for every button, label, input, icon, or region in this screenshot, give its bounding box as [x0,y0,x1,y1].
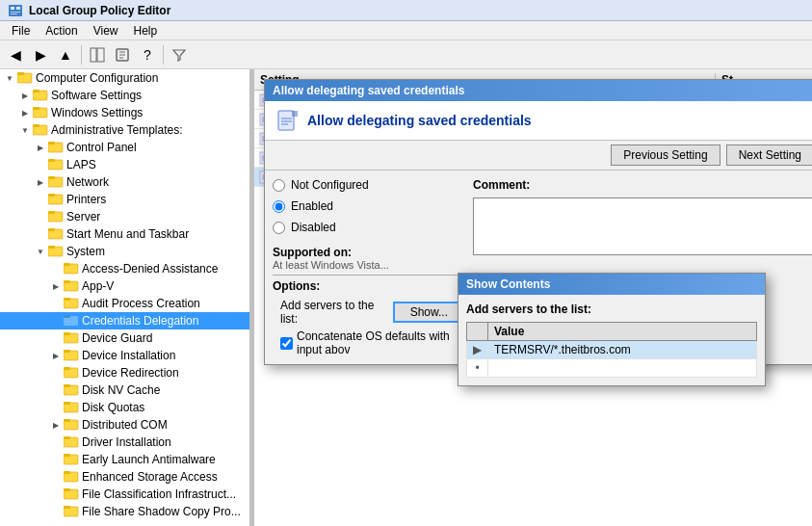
folder-icon-system [48,244,64,259]
concatenate-label: Concatenate OS defaults with input abov [297,329,465,356]
tree-item-printers[interactable]: ▶ Printers [0,191,249,208]
svg-rect-43 [64,332,70,335]
folder-icon-software-settings [33,88,48,103]
popup-table: Value ▶ • [466,322,757,378]
expander-computer-config[interactable]: ▼ [2,70,17,86]
add-servers-label: Add servers to the list: [280,299,385,326]
dialog-left-panel: Not Configured Enabled Disabled [273,178,465,356]
tree-item-laps[interactable]: ▶ LAPS [0,156,249,173]
tree-item-device-redirection[interactable]: ▶ Device Redirection [0,364,249,381]
folder-icon-windows-settings [33,105,48,120]
tree-item-system[interactable]: ▼ System [0,243,249,260]
svg-rect-0 [9,5,22,16]
expander-software-settings[interactable]: ▶ [17,88,33,103]
radio-input-disabled[interactable] [273,222,285,234]
show-button[interactable]: Show... [393,302,465,323]
popup-row-value-0[interactable] [488,341,757,359]
options-label: Options: [273,275,465,293]
concatenate-checkbox[interactable] [280,337,293,350]
tree-item-computer-config[interactable]: ▼ Computer Configuration [0,69,249,87]
expander-system[interactable]: ▼ [33,244,48,259]
menu-file[interactable]: File [4,22,38,39]
forward-button[interactable]: ▶ [29,43,52,66]
svg-rect-89 [278,111,294,130]
radio-enabled[interactable]: Enabled [273,199,465,213]
tree-item-file-share-shadow[interactable]: ▶ File Share Shadow Copy Pro... [0,503,249,520]
popup-value-input-1[interactable] [494,361,750,375]
tree-item-network[interactable]: ▶ Network [0,173,249,191]
tree-item-windows-settings[interactable]: ▶ Windows Settings [0,104,249,121]
popup-row-value-1[interactable] [488,359,757,378]
tree-item-audit-process[interactable]: ▶ Audit Process Creation [0,295,249,312]
tree-item-driver-installation[interactable]: ▶ Driver Installation [0,434,249,451]
comment-textarea[interactable] [473,197,812,255]
show-hide-tree-button[interactable] [86,43,109,66]
app-icon [8,3,23,18]
tree-item-early-launch[interactable]: ▶ Early Launch Antimalware [0,451,249,468]
svg-rect-23 [48,159,55,162]
tree-label-device-redirection: Device Redirection [82,366,179,380]
tree-item-device-guard[interactable]: ▶ Device Guard [0,329,249,347]
svg-rect-27 [48,194,55,197]
tree-item-app-v[interactable]: ▶ App-V [0,277,249,295]
previous-setting-button[interactable]: Previous Setting [611,145,720,166]
tree-item-disk-nv-cache[interactable]: ▶ Disk NV Cache [0,381,249,399]
tree-item-enhanced-storage[interactable]: ▶ Enhanced Storage Access [0,468,249,486]
svg-rect-25 [48,176,55,179]
properties-button[interactable] [111,43,134,66]
expander-app-v[interactable]: ▶ [48,278,64,294]
expander-network[interactable]: ▶ [33,174,48,190]
tree-label-device-guard: Device Guard [82,331,152,345]
popup-col-value: Value [488,323,757,341]
tree-label-file-classification: File Classification Infrastruct... [82,487,236,501]
popup-value-input-0[interactable] [494,343,750,356]
svg-rect-55 [64,436,70,439]
popup-row-1[interactable]: • [467,359,757,378]
expander-device-installation[interactable]: ▶ [48,348,64,363]
tree-item-device-installation[interactable]: ▶ Device Installation [0,347,249,364]
tree-item-credentials-delegation[interactable]: ▶ Credentials Delegation [0,312,249,329]
tree-item-distributed-com[interactable]: ▶ Distributed COM [0,416,249,434]
back-button[interactable]: ◀ [4,43,27,66]
tree-item-software-settings[interactable]: ▶ Software Settings [0,87,249,104]
tree-item-disk-quotas[interactable]: ▶ Disk Quotas [0,399,249,416]
tree-item-access-denied[interactable]: ▶ Access-Denied Assistance [0,260,249,277]
popup-row-0[interactable]: ▶ [467,341,757,359]
main-layout: ▼ Computer Configuration ▶ Software Sett… [0,69,812,526]
add-servers-row: Add servers to the list: Show... [280,299,465,326]
tree-item-file-classification[interactable]: ▶ File Classification Infrastruct... [0,486,249,503]
tree-item-server[interactable]: ▶ Server [0,208,249,225]
expander-control-panel[interactable]: ▶ [33,140,48,155]
filter-button[interactable] [168,43,191,66]
radio-input-not-configured[interactable] [273,179,285,192]
folder-icon-printers [48,192,64,207]
tree-label-driver-installation: Driver Installation [82,435,171,449]
svg-rect-57 [64,454,70,457]
tree-item-control-panel[interactable]: ▶ Control Panel [0,139,249,156]
next-setting-button[interactable]: Next Setting [726,145,812,166]
expander-windows-settings[interactable]: ▶ [17,105,33,120]
folder-icon-enhanced-storage [64,469,79,485]
tree-pane[interactable]: ▼ Computer Configuration ▶ Software Sett… [0,69,250,526]
radio-not-configured[interactable]: Not Configured [273,178,465,192]
menu-action[interactable]: Action [38,22,85,39]
menu-view[interactable]: View [86,22,126,39]
svg-rect-39 [64,298,70,301]
up-button[interactable]: ▲ [54,43,77,66]
menu-bar: File Action View Help [0,21,812,40]
svg-rect-4 [11,13,17,14]
menu-help[interactable]: Help [126,22,166,39]
svg-rect-90 [292,111,298,117]
title-bar: Local Group Policy Editor [0,0,812,21]
folder-icon-disk-quotas [64,400,79,415]
show-contents-popup: Show Contents Add servers to the list: V… [458,273,766,386]
tree-item-admin-templates[interactable]: ▼ Administrative Templates: [0,121,249,139]
expander-distributed-com[interactable]: ▶ [48,417,64,433]
help-button[interactable]: ? [136,43,159,66]
tree-item-start-menu[interactable]: ▶ Start Menu and Taskbar [0,225,249,243]
folder-icon-device-redirection [64,365,79,381]
radio-input-enabled[interactable] [273,200,285,213]
expander-admin-templates[interactable]: ▼ [17,122,33,138]
folder-icon-computer-config [17,70,33,86]
radio-disabled[interactable]: Disabled [273,221,465,234]
